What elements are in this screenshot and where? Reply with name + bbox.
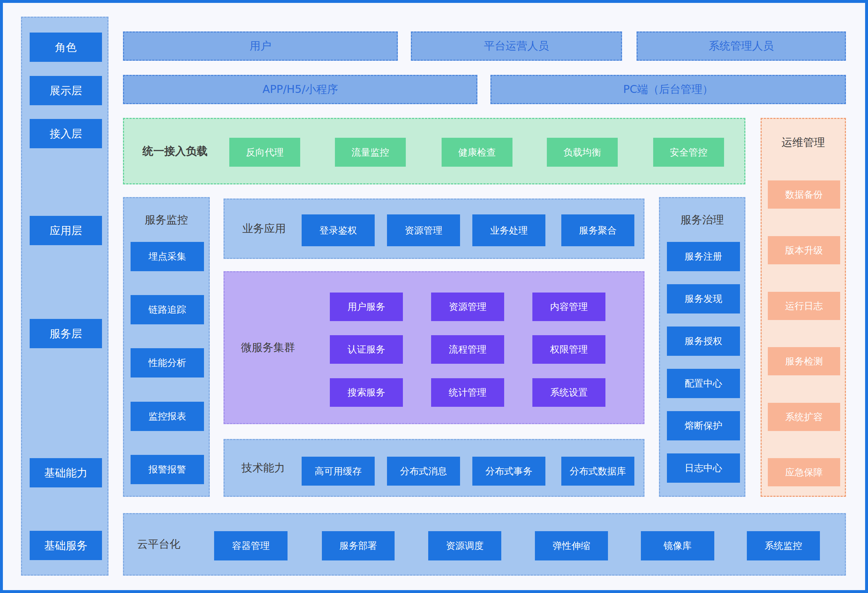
cloud-chip-system-monitor: 系统监控	[747, 531, 820, 561]
ops-chip-service-inspection: 服务检测	[768, 347, 840, 375]
micro-chip-search-service: 搜索服务	[330, 378, 403, 407]
micro-chip-system-settings: 系统设置	[532, 378, 605, 407]
tech-capability-label: 技术能力	[242, 440, 285, 496]
business-application-panel: 业务应用 登录鉴权 资源管理 业务处理 服务聚合	[223, 199, 645, 259]
microservice-cluster-label: 微服务集群	[241, 272, 295, 423]
cloud-chip-elastic-scaling: 弹性伸缩	[535, 531, 608, 561]
client-box-pc-admin: PC端（后台管理）	[490, 75, 846, 104]
governance-chip-service-register: 服务注册	[667, 242, 740, 271]
governance-chip-log-center: 日志中心	[667, 453, 740, 483]
monitor-chip-alarm: 报警报警	[131, 455, 204, 484]
tech-capability-panel: 技术能力 高可用缓存 分布式消息 分布式事务 分布式数据库	[223, 439, 645, 497]
ops-chip-data-backup: 数据备份	[768, 180, 840, 209]
micro-chip-permission-mgmt: 权限管理	[532, 335, 605, 364]
service-governance-title: 服务治理	[660, 212, 744, 227]
cloud-platform-label: 云平台化	[137, 514, 180, 575]
access-chip-traffic-monitor: 流量监控	[335, 138, 406, 167]
business-chip-login-auth: 登录鉴权	[302, 214, 375, 246]
ops-chip-system-scaling: 系统扩容	[768, 403, 840, 431]
unified-access-label: 统一接入负载	[143, 119, 208, 183]
tech-chip-ha-cache: 高可用缓存	[302, 457, 375, 485]
monitor-chip-performance-analysis: 性能分析	[131, 348, 204, 378]
ops-chip-version-upgrade: 版本升级	[768, 236, 840, 264]
role-box-system-admin: 系统管理人员	[636, 31, 846, 61]
business-application-label: 业务应用	[242, 199, 286, 258]
ops-chip-runtime-log: 运行日志	[768, 292, 840, 320]
service-governance-panel: 服务治理 服务注册 服务发现 服务授权 配置中心 熔断保护 日志中心	[659, 197, 745, 497]
access-chip-health-check: 健康检查	[441, 138, 512, 167]
monitor-chip-trace-tracking: 链路追踪	[131, 295, 204, 325]
role-box-platform-operator: 平台运营人员	[411, 31, 622, 61]
monitor-chip-monitor-report: 监控报表	[131, 402, 204, 431]
architecture-diagram: 角色 展示层 接入层 应用层 服务层 基础能力 基础服务 用户 平台运营人员 系…	[0, 0, 868, 593]
sidebar-item-service-layer: 服务层	[30, 319, 102, 348]
business-chip-service-aggregation: 服务聚合	[561, 214, 634, 246]
sidebar-item-access-layer: 接入层	[30, 119, 102, 148]
access-chip-security-control: 安全管控	[653, 138, 724, 167]
access-chip-load-balance: 负载均衡	[547, 138, 618, 167]
role-box-user: 用户	[123, 31, 398, 61]
governance-chip-service-authorization: 服务授权	[667, 326, 740, 356]
micro-chip-stats-mgmt: 统计管理	[431, 378, 504, 407]
cloud-chip-container-mgmt: 容器管理	[214, 531, 288, 561]
unified-access-panel: 统一接入负载 反向代理 流量监控 健康检查 负载均衡 安全管控	[123, 118, 745, 184]
business-chip-resource-mgmt: 资源管理	[387, 214, 460, 246]
ops-management-panel: 运维管理 数据备份 版本升级 运行日志 服务检测 系统扩容 应急保障	[760, 118, 846, 497]
ops-chip-emergency-support: 应急保障	[768, 458, 840, 486]
microservice-cluster-panel: 微服务集群 用户服务 资源管理 内容管理 认证服务 流程管理 权限管理 搜索服务…	[223, 271, 645, 424]
service-monitor-title: 服务监控	[124, 212, 209, 227]
monitor-chip-tracking-collection: 埋点采集	[131, 242, 204, 271]
cloud-chip-service-deploy: 服务部署	[322, 531, 394, 561]
sidebar-item-application-layer: 应用层	[30, 216, 102, 245]
sidebar-item-basic-capability: 基础能力	[30, 458, 102, 487]
service-monitor-panel: 服务监控 埋点采集 链路追踪 性能分析 监控报表 报警报警	[123, 197, 210, 497]
governance-chip-config-center: 配置中心	[667, 369, 740, 398]
governance-chip-service-discovery: 服务发现	[667, 284, 740, 314]
cloud-platform-panel: 云平台化 容器管理 服务部署 资源调度 弹性伸缩 镜像库 系统监控	[123, 513, 846, 576]
micro-chip-resource-mgmt: 资源管理	[431, 292, 504, 321]
sidebar-item-basic-service: 基础服务	[30, 531, 102, 560]
layers-sidebar-panel: 角色 展示层 接入层 应用层 服务层 基础能力 基础服务	[21, 17, 108, 576]
business-chip-business-process: 业务处理	[472, 214, 545, 246]
micro-chip-content-mgmt: 内容管理	[532, 292, 605, 321]
ops-management-title: 运维管理	[762, 135, 845, 150]
access-chip-reverse-proxy: 反向代理	[229, 138, 300, 167]
sidebar-item-presentation-layer: 展示层	[30, 76, 102, 105]
tech-chip-distributed-message: 分布式消息	[387, 457, 460, 485]
governance-chip-circuit-breaker: 熔断保护	[667, 411, 740, 440]
micro-chip-auth-service: 认证服务	[330, 335, 403, 364]
tech-chip-distributed-database: 分布式数据库	[561, 457, 634, 485]
cloud-chip-image-registry: 镜像库	[641, 531, 714, 561]
micro-chip-user-service: 用户服务	[330, 292, 403, 321]
tech-chip-distributed-transaction: 分布式事务	[472, 457, 545, 485]
sidebar-item-role: 角色	[30, 32, 102, 62]
client-box-app-h5-mini: APP/H5/小程序	[123, 75, 477, 104]
cloud-chip-resource-scheduling: 资源调度	[428, 531, 501, 561]
micro-chip-process-mgmt: 流程管理	[431, 335, 504, 364]
